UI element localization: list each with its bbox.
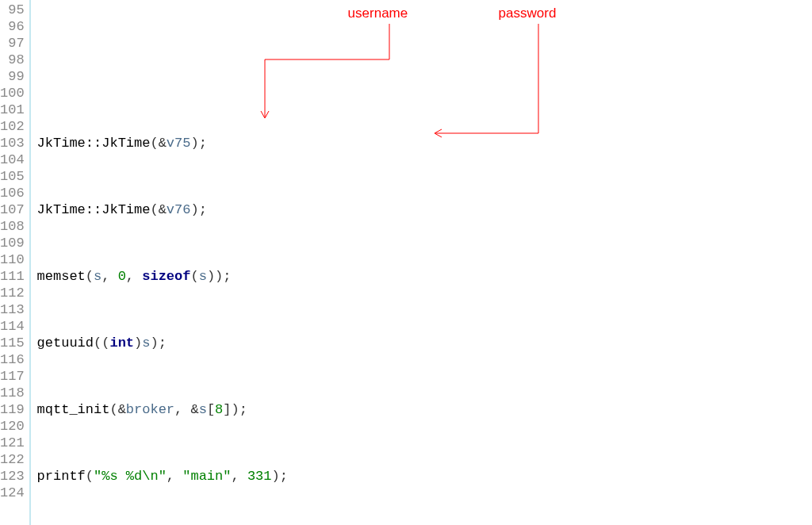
- line-number: 120: [0, 418, 25, 435]
- line-number-gutter: 95 96 97 98 99 100 101 102 103 104 105 1…: [0, 0, 31, 525]
- line-number: 114: [0, 318, 25, 335]
- code-line: memset(s, 0, sizeof(s));: [37, 268, 812, 285]
- line-number: 124: [0, 485, 25, 501]
- line-number: 110: [0, 251, 25, 268]
- line-number: 111: [0, 268, 25, 285]
- line-number: 100: [0, 85, 25, 102]
- line-number: 98: [0, 52, 25, 68]
- line-number: 119: [0, 401, 25, 418]
- code-line: mqtt_init(&broker, &s[8]);: [37, 401, 812, 418]
- code-line: printf("%s %d\n", "main", 331);: [37, 468, 812, 485]
- line-number: 117: [0, 368, 25, 385]
- line-number: 116: [0, 351, 25, 368]
- line-number: 99: [0, 68, 25, 85]
- line-number: 112: [0, 285, 25, 301]
- line-number: 105: [0, 168, 25, 185]
- line-number: 121: [0, 435, 25, 451]
- line-number: 108: [0, 218, 25, 235]
- annotation-password: password: [499, 5, 557, 21]
- code-line: getuuid((int)s);: [37, 335, 812, 351]
- line-number: 115: [0, 335, 25, 351]
- code-area[interactable]: JkTime::JkTime(&v75); JkTime::JkTime(&v7…: [31, 0, 812, 525]
- line-number: 107: [0, 201, 25, 218]
- line-number: 102: [0, 118, 25, 135]
- line-number: 113: [0, 301, 25, 318]
- line-number: 106: [0, 185, 25, 201]
- line-number: 122: [0, 451, 25, 468]
- line-number: 109: [0, 235, 25, 251]
- line-number: 104: [0, 151, 25, 168]
- line-number: 103: [0, 135, 25, 151]
- line-number: 101: [0, 102, 25, 118]
- line-number: 118: [0, 385, 25, 401]
- line-number: 123: [0, 468, 25, 485]
- code-line: [37, 68, 812, 85]
- line-number: 97: [0, 35, 25, 52]
- line-number: 95: [0, 2, 25, 18]
- code-line: JkTime::JkTime(&v75);: [37, 135, 812, 151]
- annotation-username: username: [348, 5, 408, 21]
- code-view: 95 96 97 98 99 100 101 102 103 104 105 1…: [0, 0, 812, 525]
- code-line: JkTime::JkTime(&v76);: [37, 201, 812, 218]
- line-number: 96: [0, 18, 25, 35]
